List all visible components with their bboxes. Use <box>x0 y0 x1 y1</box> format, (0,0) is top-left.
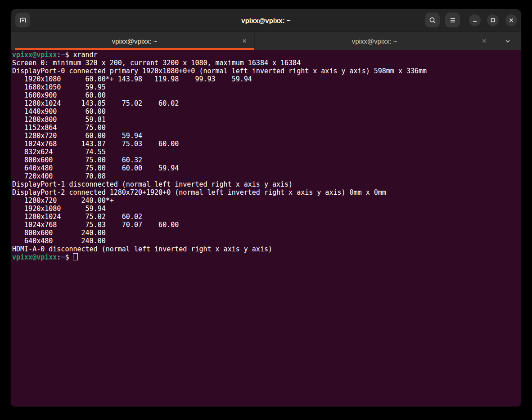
prompt-line: vpixx@vpixx:~$ <box>12 253 521 261</box>
terminal-line: 1152x864 75.00 <box>12 124 521 132</box>
terminal-line: 720x400 70.08 <box>12 172 521 180</box>
prompt-user-host: vpixx@vpixx <box>12 51 57 59</box>
chevron-down-icon[interactable] <box>504 37 511 45</box>
tab-2[interactable]: vpixx@vpixx: ~ <box>254 32 494 50</box>
header-bar[interactable]: vpixx@vpixx: ~ <box>11 9 521 31</box>
terminal-line: 640x480 240.00 <box>12 237 521 245</box>
search-button[interactable] <box>425 13 440 27</box>
terminal-screen[interactable]: vpixx@vpixx:~$ xrandr Screen 0: minimum … <box>11 50 521 407</box>
tab-1[interactable]: vpixx@vpixx: ~ <box>15 32 254 50</box>
terminal-line: 1680x1050 59.95 <box>12 83 521 91</box>
minimize-icon <box>472 17 478 23</box>
prompt-symbol: $ <box>65 51 73 59</box>
terminal-window: vpixx@vpixx: ~ <box>11 9 521 407</box>
terminal-line: 1440x900 60.00 <box>12 107 521 116</box>
close-icon <box>508 17 514 23</box>
terminal-line: 800x600 75.00 60.32 <box>12 156 521 164</box>
tab-overflow-area <box>494 32 521 50</box>
minimize-button[interactable] <box>469 14 481 26</box>
terminal-line: Screen 0: minimum 320 x 200, current 320… <box>12 59 521 67</box>
hamburger-menu-icon <box>449 16 457 24</box>
tab-close-icon[interactable] <box>480 36 489 45</box>
maximize-icon <box>490 17 496 23</box>
prompt-symbol: $ <box>65 253 73 261</box>
terminal-line: DisplayPort-1 disconnected (normal left … <box>12 180 521 188</box>
terminal-line: HDMI-A-0 disconnected (normal left inver… <box>12 245 521 253</box>
tab-label: vpixx@vpixx: ~ <box>352 37 397 45</box>
terminal-line: 640x480 75.00 60.00 59.94 <box>12 164 521 172</box>
terminal-line: 1024x768 75.03 70.07 60.00 <box>12 221 521 229</box>
terminal-line: 1280x800 59.81 <box>12 116 521 124</box>
tab-bar: vpixx@vpixx: ~ vpixx@vpixx: ~ <box>11 31 521 50</box>
tab-close-icon[interactable] <box>240 36 249 45</box>
tab-label: vpixx@vpixx: ~ <box>112 37 158 45</box>
menu-button[interactable] <box>445 13 460 27</box>
terminal-line: 800x600 240.00 <box>12 229 521 237</box>
search-icon <box>428 16 437 24</box>
close-button[interactable] <box>505 14 517 26</box>
terminal-line: DisplayPort-0 connected primary 1920x108… <box>12 67 521 75</box>
command-line: vpixx@vpixx:~$ xrandr <box>12 51 521 59</box>
terminal-line: 1600x900 60.00 <box>12 91 521 99</box>
terminal-output: Screen 0: minimum 320 x 200, current 320… <box>12 59 521 253</box>
screen: vpixx@vpixx: ~ <box>0 0 532 420</box>
terminal-line: 1920x1080 60.00*+ 143.98 119.98 99.93 59… <box>12 75 521 83</box>
terminal-line: 1280x1024 75.02 60.02 <box>12 213 521 221</box>
terminal-line: DisplayPort-2 connected 1280x720+1920+0 … <box>12 188 521 197</box>
prompt-user-host: vpixx@vpixx <box>12 253 57 261</box>
terminal-line: 1280x720 60.00 59.94 <box>12 132 521 140</box>
maximize-button[interactable] <box>487 14 499 26</box>
terminal-cursor <box>73 253 78 260</box>
terminal-line: 1280x720 240.00*+ <box>12 197 521 205</box>
new-tab-button[interactable] <box>15 13 30 27</box>
command-text: xrandr <box>73 51 97 59</box>
terminal-line: 1280x1024 143.85 75.02 60.02 <box>12 99 521 107</box>
new-tab-icon <box>19 16 27 24</box>
terminal-line: 832x624 74.55 <box>12 148 521 156</box>
window-title: vpixx@vpixx: ~ <box>11 9 521 31</box>
terminal-line: 1024x768 143.87 75.03 60.00 <box>12 140 521 148</box>
terminal-line: 1920x1080 59.94 <box>12 205 521 213</box>
